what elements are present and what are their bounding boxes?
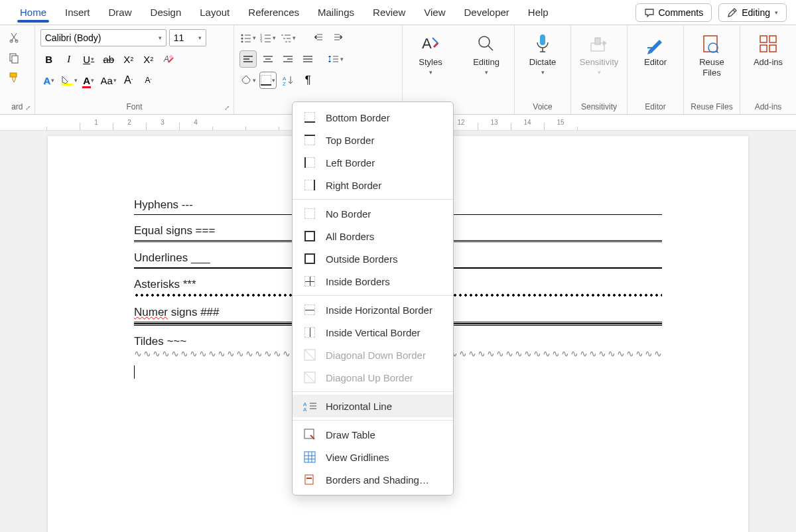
tab-help[interactable]: Help — [519, 0, 558, 25]
show-marks-button[interactable]: ¶ — [299, 72, 316, 89]
menu-item-inside-horizontal-border[interactable]: Inside Horizontal Border — [293, 299, 453, 321]
comments-label: Comments — [659, 7, 704, 18]
tab-design[interactable]: Design — [141, 0, 191, 25]
menu-item-label: Right Border — [326, 180, 381, 191]
italic-button[interactable]: I — [60, 50, 78, 68]
copy-button[interactable] — [5, 49, 23, 66]
svg-rect-23 — [760, 36, 767, 42]
border-icon — [303, 371, 316, 384]
shading-button[interactable]: ▾ — [239, 72, 257, 89]
chevron-down-icon: ▾ — [775, 9, 778, 16]
menu-item-inside-vertical-border[interactable]: Inside Vertical Border — [293, 321, 453, 344]
comments-button[interactable]: Comments — [635, 3, 712, 22]
addins-button[interactable]: Add-ins — [746, 29, 791, 68]
subscript-button[interactable]: X2 — [120, 50, 137, 68]
menu-item-bottom-border[interactable]: Bottom Border — [293, 106, 453, 129]
menu-item-left-border[interactable]: Left Border — [293, 151, 453, 174]
menu-item-label: Top Border — [326, 135, 374, 146]
strikethrough-button[interactable]: ab — [100, 50, 117, 68]
svg-point-17 — [479, 36, 490, 47]
decrease-indent-button[interactable] — [310, 29, 327, 46]
tab-insert[interactable]: Insert — [56, 0, 100, 25]
svg-rect-18 — [540, 34, 545, 45]
border-icon — [303, 207, 316, 220]
reuse-files-button[interactable]: Reuse Files — [689, 29, 734, 78]
svg-text:3: 3 — [260, 40, 263, 42]
tab-layout[interactable]: Layout — [190, 0, 239, 25]
menu-item-label: Left Border — [326, 157, 375, 168]
borders-button[interactable]: ▾ — [259, 72, 277, 89]
change-case-button[interactable]: Aa▾ — [100, 72, 117, 89]
border-icon — [303, 252, 316, 265]
editor-button[interactable]: Editor — [633, 29, 678, 68]
tab-developer[interactable]: Developer — [454, 0, 518, 25]
reuse-icon — [701, 32, 722, 56]
tab-home[interactable]: Home — [11, 0, 56, 25]
shrink-font-button[interactable]: Aˇ — [140, 72, 157, 89]
format-painter-button[interactable] — [5, 69, 23, 86]
text-effects-button[interactable]: A▾ — [40, 72, 58, 89]
menu-item-right-border[interactable]: Right Border — [293, 174, 453, 196]
font-color-button[interactable]: A▾ — [80, 72, 98, 89]
menu-item-top-border[interactable]: Top Border — [293, 129, 453, 151]
clipboard-group-label: ard⤢ — [0, 101, 34, 114]
grow-font-button[interactable]: Aˆ — [120, 72, 137, 89]
align-left-button[interactable] — [239, 50, 257, 68]
border-icon: AA — [303, 399, 316, 413]
tab-references[interactable]: References — [239, 0, 308, 25]
align-right-button[interactable] — [279, 50, 297, 68]
numbering-button[interactable]: 123▾ — [259, 29, 277, 46]
menu-item-borders-and-shading[interactable]: Borders and Shading… — [293, 468, 453, 491]
cut-button[interactable] — [5, 29, 23, 46]
font-size-select[interactable]: 11▾ — [169, 29, 206, 46]
font-name-select[interactable]: Calibri (Body)▾ — [40, 29, 166, 46]
superscript-button[interactable]: X2 — [140, 50, 157, 68]
menu-separator — [293, 199, 453, 200]
highlight-button[interactable]: ▾ — [60, 72, 78, 89]
addins-icon — [758, 32, 778, 56]
border-icon — [303, 473, 316, 486]
tab-review[interactable]: Review — [364, 0, 415, 25]
search-icon — [476, 32, 496, 56]
underline-button[interactable]: U▾ — [80, 50, 98, 68]
tab-mailings[interactable]: Mailings — [308, 0, 364, 25]
multilevel-list-button[interactable]: ▾ — [279, 29, 297, 46]
menu-item-label: Borders and Shading… — [326, 474, 429, 486]
menu-item-outside-borders[interactable]: Outside Borders — [293, 247, 453, 270]
menu-item-label: Outside Borders — [326, 253, 397, 265]
addins-group-label: Add-ins — [740, 101, 796, 114]
menu-item-no-border[interactable]: No Border — [293, 202, 453, 225]
menu-item-inside-borders[interactable]: Inside Borders — [293, 270, 453, 293]
bold-button[interactable]: B — [40, 50, 58, 68]
menu-item-view-gridlines[interactable]: View Gridlines — [293, 446, 453, 468]
increase-indent-button[interactable] — [330, 29, 347, 46]
tab-view[interactable]: View — [415, 0, 454, 25]
editing-mode-button[interactable]: Editing ▾ — [718, 3, 787, 22]
menu-separator — [293, 420, 453, 421]
menu-item-all-borders[interactable]: All Borders — [293, 225, 453, 247]
tab-draw[interactable]: Draw — [100, 0, 141, 25]
clear-format-button[interactable]: A — [160, 50, 177, 68]
editing-button[interactable]: Editing▾ — [464, 29, 509, 76]
svg-rect-34 — [306, 478, 312, 479]
svg-rect-26 — [769, 45, 776, 52]
align-center-button[interactable] — [259, 50, 277, 68]
svg-rect-24 — [769, 36, 776, 42]
border-icon — [303, 450, 316, 464]
menu-item-label: Draw Table — [326, 429, 375, 440]
sort-button[interactable]: AZ — [279, 72, 297, 89]
menu-item-draw-table[interactable]: Draw Table — [293, 423, 453, 446]
line-spacing-button[interactable]: ▾ — [327, 50, 344, 68]
svg-rect-7 — [62, 84, 72, 86]
svg-rect-20 — [595, 38, 600, 44]
sensitivity-icon — [588, 32, 610, 56]
menu-item-label: Inside Horizontal Border — [326, 304, 432, 316]
menu-item-horizontal-line[interactable]: AAHorizontal Line — [293, 395, 453, 417]
justify-button[interactable] — [299, 50, 316, 68]
svg-rect-4 — [10, 73, 17, 77]
sensitivity-button[interactable]: Sensitivity▾ — [576, 29, 622, 76]
styles-button[interactable]: A Styles▾ — [408, 29, 453, 76]
dictate-button[interactable]: Dictate▾ — [520, 29, 565, 76]
bullets-button[interactable]: ▾ — [239, 29, 257, 46]
sensitivity-group-label: Sensitivity — [571, 101, 627, 114]
